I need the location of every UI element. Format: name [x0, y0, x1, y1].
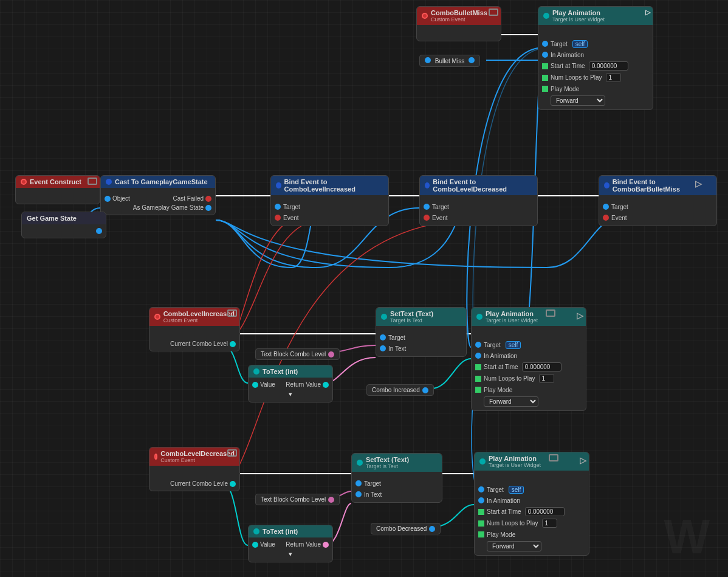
play-anim-2-loops-input[interactable] — [539, 374, 554, 383]
to-text-2-row: Value Return Value — [249, 540, 332, 549]
bind-combo-dec-header: Bind Event to ComboLevelDecreased — [420, 176, 537, 195]
num-loops-input[interactable] — [606, 73, 621, 82]
play-mode-row: Play Mode — [538, 83, 653, 94]
play-anim-3-start-input[interactable] — [525, 507, 565, 516]
play-anim-2-header: Play Animation Target is User Widget ▷ — [472, 308, 586, 326]
play-mode-pin — [542, 86, 548, 92]
play-anim-3-mode-pin — [478, 531, 484, 537]
node-play-animation-3: Play Animation Target is User Widget ▷ T… — [474, 452, 589, 556]
play-anim-3-select-row: Forward — [475, 540, 589, 553]
play-anim-2-inani-pin — [475, 353, 481, 359]
play-anim-2-select[interactable]: Forward — [484, 396, 538, 407]
play-mode-select[interactable]: Forward — [551, 95, 605, 106]
self-badge: self — [572, 40, 588, 48]
combo-decreased-node: Combo Decreased — [371, 523, 441, 534]
arrow-right: ▷ — [695, 179, 702, 188]
play-anim-2-mode-row: Play Mode — [472, 384, 586, 395]
set-text-2-subtitle: Target is Text — [366, 463, 409, 469]
play-anim-1-out-exec: ▷ — [645, 9, 650, 16]
watermark: W — [664, 509, 710, 565]
combo-inc-collapse[interactable] — [227, 309, 237, 317]
set-text-2-intext-row: In Text — [352, 489, 442, 500]
bullet-miss-right-pin — [469, 57, 475, 63]
get-game-state-header: Get Game State — [22, 212, 106, 224]
text-block-combo-level-1-label: Text Block Combo Level — [261, 351, 326, 358]
play-anim-2-mode-label: Play Mode — [484, 387, 512, 393]
collapse-icon[interactable] — [489, 9, 498, 16]
combo-dec-icon — [154, 454, 157, 460]
node-bind-combo-level-decreased: Bind Event to ComboLevelDecreased Target… — [419, 175, 538, 226]
node-to-text-1: ToText (int) Value Return Value ▾ — [248, 365, 333, 403]
return-pin-2 — [323, 542, 329, 548]
play-anim-2-title: Play Animation — [486, 310, 538, 317]
text-block-combo-level-2-label: Text Block Combo Level — [261, 496, 326, 503]
to-text-1-expand: ▾ — [249, 389, 332, 399]
bind-miss-event-pin — [603, 215, 609, 221]
exec-in-row — [538, 27, 653, 38]
play-anim-2-collapse[interactable] — [546, 309, 555, 317]
num-loops-label: Num Loops to Play — [551, 74, 602, 81]
play-anim-3-inani-label: In Animation — [487, 497, 520, 504]
to-text-2-header: ToText (int) — [249, 525, 332, 537]
bind-combo-dec-body: Target Event — [420, 195, 537, 226]
cast-failed-pin — [205, 196, 211, 202]
play-anim-3-start-label: Start at Time — [487, 508, 521, 515]
play-anim-2-inani-label: In Animation — [484, 353, 517, 359]
node-event-construct: Event Construct — [15, 175, 100, 204]
bind-event-row: Event — [271, 212, 388, 223]
set-text-1-intext-row: In Text — [376, 343, 466, 354]
play-animation-1-body: Target self In Animation Start at Time N… — [538, 25, 653, 109]
play-anim-2-target-label: Target — [484, 342, 501, 348]
value-label-2: Value — [260, 541, 275, 548]
value-label: Value — [260, 381, 275, 388]
in-animation-row: In Animation — [538, 49, 653, 60]
return-value-label-2: Return Value — [286, 381, 321, 388]
set-text-2-body: Target In Text — [352, 472, 442, 502]
cast-failed-label: Cast Failed — [173, 195, 204, 202]
event-construct-title: Event Construct — [30, 178, 81, 185]
collapse-icon[interactable] — [88, 178, 97, 185]
cast-header: Cast To GameplayGameState — [101, 176, 215, 188]
get-game-state-title: Get Game State — [27, 215, 77, 222]
event-construct-body — [16, 188, 100, 204]
play-anim-3-header: Play Animation Target is User Widget ▷ — [475, 452, 589, 471]
bind-dec-event-pin — [424, 215, 430, 221]
play-anim-2-start-row: Start at Time — [472, 361, 586, 373]
bind-combo-inc-title: Bind Event to ComboLevelIncreased — [284, 178, 383, 193]
to-text-2-expand: ▾ — [249, 549, 332, 559]
play-anim-2-start-label: Start at Time — [484, 364, 518, 370]
bind-dec-icon — [425, 182, 430, 188]
bind-miss-target-row: Target — [599, 201, 716, 212]
play-anim-2-start-input[interactable] — [522, 362, 561, 371]
play-anim-3-subtitle: Target is User Widget — [489, 462, 541, 468]
combo-dec-collapse[interactable] — [227, 449, 237, 457]
play-anim-3-loops-input[interactable] — [542, 519, 557, 528]
start-at-time-pin — [542, 63, 548, 69]
play-anim-2-loops-label: Num Loops to Play — [484, 375, 535, 382]
play-anim-3-select[interactable]: Forward — [487, 541, 541, 551]
play-anim-3-icon — [479, 458, 486, 465]
node-get-game-state: Get Game State — [21, 212, 106, 238]
set-text-2-header: SetText (Text) Target is Text — [352, 454, 442, 472]
start-at-time-label: Start at Time — [551, 63, 585, 69]
bind-target-row: Target — [271, 201, 388, 212]
combo-increased-pin — [422, 387, 428, 393]
set-text-1-target-pin — [380, 334, 386, 340]
node-combo-level-decreased: ComboLevelDecreased Custom Event Current… — [149, 447, 240, 491]
combo-bullet-miss-header: ComboBulletMiss Custom Event — [417, 7, 501, 25]
exec-out-row — [16, 190, 100, 201]
node-set-text-1: SetText (Text) Target is Text Target In … — [376, 307, 467, 357]
set-text-2-icon — [357, 460, 363, 466]
return-value-row — [22, 227, 106, 235]
bind-miss-target-label: Target — [611, 204, 628, 210]
event-icon — [422, 13, 428, 19]
play-anim-2-icon — [476, 314, 482, 320]
get-game-state-body — [22, 224, 106, 238]
in-animation-label: In Animation — [551, 52, 584, 58]
play-anim-3-collapse[interactable] — [549, 454, 558, 461]
start-at-time-input[interactable] — [589, 61, 628, 71]
text-block-combo-level-1: Text Block Combo Level — [255, 348, 340, 360]
to-text-1-title: ToText (int) — [263, 368, 298, 375]
combo-dec-title: ComboLevelDecreased — [160, 450, 235, 457]
combo-increased-node: Combo Increased — [366, 384, 434, 396]
